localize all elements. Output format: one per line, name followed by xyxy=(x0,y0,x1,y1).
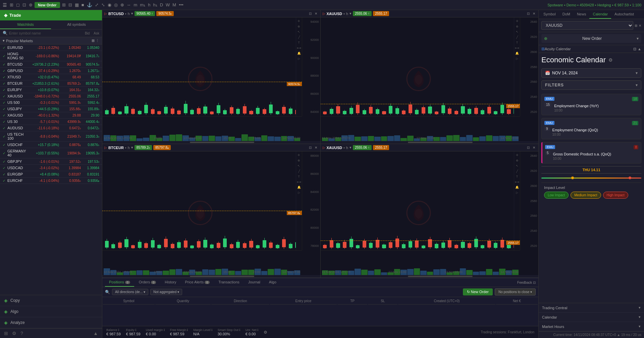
chart-tool-play[interactable]: ▷ xyxy=(298,57,300,60)
bottom-tab-journal[interactable]: Journal xyxy=(244,278,264,287)
market-item[interactable]: ✓ XAUUSD -1848.0 (-0.72%) 2555.06 2555.1… xyxy=(0,93,102,99)
tool-icon-15[interactable]: ↔ xyxy=(126,2,132,7)
chart-close-btn[interactable]: ✕ xyxy=(314,145,318,150)
filter-direction-btn[interactable]: All directions (de... ▾ xyxy=(112,289,148,295)
bottom-tab-algo[interactable]: Algo xyxy=(265,278,280,287)
right-bottom-calendar[interactable]: Calendar ▾ xyxy=(539,313,644,322)
filters-section[interactable]: FILTERS ▾ xyxy=(541,80,641,90)
chart-tool-measure[interactable]: ⟷ xyxy=(515,180,519,184)
close-icon[interactable]: ✕ xyxy=(639,24,641,27)
sidebar-bottom-copy[interactable]: ◈ Copy xyxy=(0,295,102,306)
chart-tf-arrow[interactable]: ▾ xyxy=(131,11,133,16)
menu-icon[interactable]: ☰ xyxy=(3,2,7,8)
bottom-tab-transactions[interactable]: Transactions xyxy=(214,278,244,287)
market-item[interactable]: ✓ GBPJPY -1.6 (-0.01%) 197.52₀ 197.53₀ xyxy=(0,158,102,165)
tool-icon-9[interactable]: ⚓ xyxy=(86,2,93,7)
chart-body[interactable]: 2640262026002580256025402520 xyxy=(321,17,539,141)
sidebar-tab-allsymbols[interactable]: All symbols xyxy=(51,20,102,29)
impact-btn-low[interactable]: Low Impact xyxy=(544,192,569,199)
chart-tool-measure[interactable]: ⟷ xyxy=(297,46,301,50)
chart-detach-btn[interactable]: ⊡ xyxy=(526,145,531,150)
filter-agg-btn[interactable]: Not aggregated ▾ xyxy=(150,289,182,295)
chart-tool-line[interactable]: ╱ xyxy=(516,170,518,173)
sidebar-icon-question[interactable]: ? xyxy=(20,331,23,336)
bottom-tab-positions[interactable]: Positions0 xyxy=(105,278,134,287)
footer-settings-icon[interactable]: ⚙ xyxy=(264,330,267,335)
tool-icon-7[interactable]: ▦ xyxy=(74,2,79,7)
chart-body[interactable]: 2640262026002580256025402520 xyxy=(321,151,539,275)
calendar-settings-icon[interactable]: ⚙ xyxy=(608,57,613,63)
market-item[interactable]: ✓ HONG KONG 50 -169.0 (-0.86%) 19414.0₮ … xyxy=(0,51,102,61)
chart-close-btn[interactable]: ✕ xyxy=(532,145,536,150)
expand-icon[interactable]: ⊞ xyxy=(635,24,637,27)
impact-btn-medium[interactable]: Medium Impact xyxy=(571,192,601,199)
market-section-header[interactable]: ▾ Popular Markets ⊞ ⋮ xyxy=(0,37,102,45)
market-item[interactable]: ✓ EURUSD -23.1 (-0.22%) 1.05340 1.05340 xyxy=(0,45,102,51)
market-item[interactable]: ✓ EURJPY +10.8 (0.07%) 164.31₀ 164.32₀ xyxy=(0,87,102,93)
tool-icon-22[interactable]: M xyxy=(172,2,177,7)
right-bottom-market-hours[interactable]: Market Hours ▾ xyxy=(539,322,644,331)
market-item[interactable]: ✓ BTCUSD +19736.2 (2.23%) 90565.40 90574… xyxy=(0,61,102,68)
chart-detach-btn[interactable]: ⊡ xyxy=(308,145,313,150)
tool-icon-16[interactable]: m xyxy=(133,2,138,7)
chart-tool-crosshair[interactable]: ✛ xyxy=(516,19,519,23)
right-bottom-trading-central[interactable]: Trading Central ▾ xyxy=(539,303,644,313)
bottom-tab-history[interactable]: History xyxy=(161,278,180,287)
market-item[interactable]: ✓ BTCEUR +21853.3 (2.61%) 85769.2₀ 85797… xyxy=(0,80,102,87)
tool-icon-10[interactable]: ⤢ xyxy=(94,2,99,7)
chart-scrollbar[interactable] xyxy=(102,275,320,278)
chart-detach-btn[interactable]: ⊡ xyxy=(526,11,531,16)
bottom-tab-orders[interactable]: Orders0 xyxy=(135,278,160,287)
impact-btn-high[interactable]: High Impact xyxy=(603,192,628,199)
tool-icon-5[interactable]: ⊞ xyxy=(61,2,66,7)
chart-tool-text[interactable]: T xyxy=(516,41,518,44)
feedback-btn[interactable]: Feedback ⊡ xyxy=(517,281,536,284)
right-tab-calendar[interactable]: Calendar xyxy=(589,10,611,19)
sidebar-bottom-analyze[interactable]: ◈ Analyze xyxy=(0,317,102,328)
sidebar-icon-grid[interactable]: ⊞ xyxy=(4,331,8,336)
market-item[interactable]: ✓ GERMANY 40 +103.7 (0.55%) 19094.9₀ 190… xyxy=(0,148,102,158)
chart-close-btn[interactable]: ✕ xyxy=(314,11,318,16)
chart-tool-crosshair[interactable]: ✛ xyxy=(298,19,300,23)
calendar-event[interactable]: EMU 21 9 Employment Change (QoQ) 10:00 xyxy=(541,118,641,139)
tool-icon-23[interactable]: ••• xyxy=(178,2,184,7)
chart-detach-btn[interactable]: ⊡ xyxy=(308,11,313,16)
tool-icon-2[interactable]: ◻ xyxy=(15,2,20,7)
right-tab-dom[interactable]: DoM xyxy=(559,10,574,19)
new-order-row[interactable]: ⊕ New Order ▾ xyxy=(541,34,641,43)
chart-tool-pointer[interactable]: ↖ xyxy=(298,164,300,167)
tool-icon-17[interactable]: m₁ xyxy=(139,2,146,7)
market-item[interactable]: ✓ USDCAD -3.4 (-0.02%) 1.39984 1.39984 xyxy=(0,165,102,171)
chart-tool-text[interactable]: T xyxy=(516,175,518,178)
chart-tool-bell[interactable]: 🔔 xyxy=(297,52,301,55)
chart-tool-bell[interactable]: 🔔 xyxy=(515,186,519,189)
calendar-event[interactable]: EMU 18 15 Employment Change (YoY) 10:00 xyxy=(541,94,641,115)
chart-tool-line[interactable]: ╱ xyxy=(298,36,300,39)
chart-tool-zoom[interactable]: ⊕ xyxy=(516,25,519,28)
market-item[interactable]: ✓ XAGUSD -40.0 (-1.32%) 29.88 29.90 xyxy=(0,112,102,119)
tool-icon-11[interactable]: ⤡ xyxy=(101,2,106,7)
chart-tool-line[interactable]: ╱ xyxy=(516,36,518,39)
market-item[interactable]: ✓ EURGBP +8.4 (0.08%) 0.83187 0.83191 xyxy=(0,171,102,178)
market-item[interactable]: ✓ US 500 -0.3 (-0.01%) 5991.9₀ 5992.4₀ xyxy=(0,99,102,106)
chart-tool-measure[interactable]: ⟷ xyxy=(515,46,519,50)
chart-tool-line[interactable]: ╱ xyxy=(298,170,300,173)
chart-tool-pointer[interactable]: ↖ xyxy=(516,30,519,33)
close-positions-btn[interactable]: No positions to close ▾ xyxy=(495,288,536,295)
bottom-tab-price-alerts[interactable]: Price Alerts0 xyxy=(181,278,214,287)
chart-tool-bell[interactable]: 🔔 xyxy=(297,186,301,189)
right-tab-autochartist[interactable]: Autochartist xyxy=(611,10,637,19)
sidebar-icon-up[interactable]: ▲ xyxy=(93,331,98,336)
market-item[interactable]: ✓ GBPUSD -37.4 (-0.29%) 1.2670₀ 1.2671₀ xyxy=(0,68,102,74)
chart-tool-zoom[interactable]: ⊕ xyxy=(298,159,300,162)
chart-tf-arrow[interactable]: ▾ xyxy=(350,145,352,150)
market-item[interactable]: ✓ USDJPY +44.5 (0.29%) 155.88₀ 155.89₀ xyxy=(0,106,102,112)
calendar-event[interactable]: EMU 8 5 Gross Domestic Product s.a. (QoQ… xyxy=(541,142,641,163)
chart-tool-zoom[interactable]: ⊕ xyxy=(516,159,519,162)
chart-body[interactable]: 940009200090000880008600084000 xyxy=(102,17,320,141)
market-item[interactable]: ✓ US 30 -5.7 (-0.01%) 43999.9₀ 44000.4₀ xyxy=(0,119,102,125)
tool-icon-3[interactable]: ⊡ xyxy=(22,2,27,7)
chart-scrollbar[interactable] xyxy=(321,275,539,278)
tool-icon-14[interactable]: ⊕ xyxy=(120,2,125,7)
chart-tool-text[interactable]: T xyxy=(298,175,300,178)
